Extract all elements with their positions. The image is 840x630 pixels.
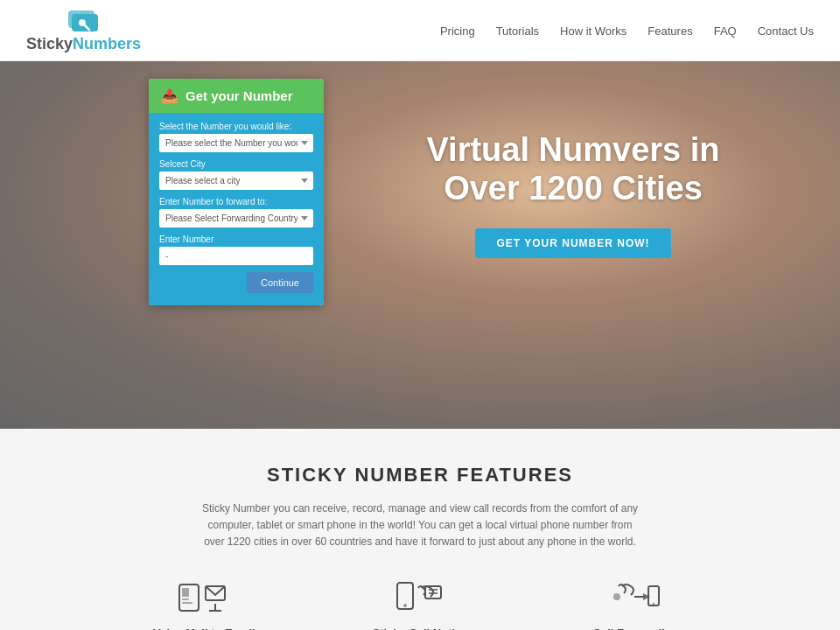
form-header-icon: 📤 — [161, 88, 178, 104]
nav-link-contact[interactable]: Contact Us — [758, 24, 814, 38]
nav-item-faq[interactable]: FAQ — [714, 23, 737, 38]
sticky-call-icon — [394, 579, 446, 618]
call-forwarding-title: Call Forwarding — [593, 626, 679, 630]
nav-link-tutorials[interactable]: Tutorials — [496, 24, 539, 38]
form-header: 📤 Get your Number — [149, 79, 324, 113]
nav-link-how-it-works[interactable]: How it Works — [560, 24, 626, 38]
nav-item-tutorials[interactable]: Tutorials — [496, 23, 539, 38]
nav-link-features[interactable]: Features — [648, 24, 692, 38]
feature-sticky-call: Sticky Call Notice Get a beep before you… — [330, 578, 511, 630]
features-description: Sticky Number you can receive, record, m… — [201, 500, 639, 551]
hero-section: 📤 Get your Number Select the Number you … — [0, 61, 840, 429]
enter-number-label: Enter Number — [159, 234, 313, 244]
get-number-form: 📤 Get your Number Select the Number you … — [149, 79, 324, 305]
number-select-group: Select the Number you would like: Please… — [159, 122, 313, 152]
nav-link-faq[interactable]: FAQ — [714, 24, 737, 38]
logo-icon — [66, 7, 102, 35]
svg-rect-6 — [182, 598, 189, 600]
features-grid: Voice Mail to Email Our voice mail recor… — [114, 578, 726, 630]
number-select[interactable]: Please select the Number you would like — [159, 134, 313, 152]
forward-select-group: Enter Number to forward to: Please Selec… — [159, 197, 313, 228]
nav-item-features[interactable]: Features — [648, 23, 692, 38]
navbar: StickyNumbers Pricing Tutorials How it W… — [0, 0, 840, 61]
city-select-label: Selcect City — [159, 159, 313, 169]
call-forwarding-icon — [610, 579, 662, 618]
get-number-button[interactable]: GET YOUR NUMBER NOW! — [475, 228, 670, 258]
nav-link-pricing[interactable]: Pricing — [440, 24, 475, 38]
logo-text: StickyNumbers — [26, 35, 141, 53]
city-select-group: Selcect City Please select a city — [159, 159, 313, 190]
forward-country-select[interactable]: Please Select Forwarding Country — [159, 209, 313, 228]
feature-call-forwarding: Call Forwarding Receive your calls on yo… — [545, 578, 726, 630]
enter-number-group: Enter Number — [159, 234, 313, 265]
call-forwarding-icon-area — [608, 578, 664, 620]
hero-headline: Virtual Numvers in Over 1200 Cities GET … — [341, 131, 805, 258]
svg-point-12 — [403, 604, 407, 607]
nav-item-pricing[interactable]: Pricing — [440, 23, 475, 38]
enter-number-input[interactable] — [159, 247, 313, 265]
nav-item-contact[interactable]: Contact Us — [758, 23, 814, 38]
city-select[interactable]: Please select a city — [159, 172, 313, 190]
voicemail-icon-area — [176, 578, 232, 620]
voicemail-icon — [178, 579, 230, 618]
nav-item-how-it-works[interactable]: How it Works — [560, 23, 626, 38]
nav-links: Pricing Tutorials How it Works Features … — [440, 23, 814, 38]
sticky-call-icon-area — [392, 578, 448, 620]
voicemail-title: Voice Mail to Email — [153, 626, 256, 630]
continue-button[interactable]: Continue — [247, 272, 313, 293]
forward-select-label: Enter Number to forward to: — [159, 197, 313, 206]
features-section: STICKY NUMBER FEATURES Sticky Number you… — [0, 429, 840, 630]
number-select-label: Select the Number you would like: — [159, 122, 313, 131]
sticky-call-title: Sticky Call Notice — [372, 626, 467, 630]
svg-point-20 — [652, 602, 654, 605]
hero-title: Virtual Numvers in Over 1200 Cities — [341, 131, 805, 207]
form-header-title: Get your Number — [186, 88, 293, 103]
features-title: STICKY NUMBER FEATURES — [52, 464, 788, 486]
form-body: Select the Number you would like: Please… — [149, 113, 324, 305]
svg-rect-5 — [182, 588, 189, 597]
logo: StickyNumbers — [26, 7, 141, 53]
feature-voicemail: Voice Mail to Email Our voice mail recor… — [114, 578, 295, 630]
svg-point-16 — [613, 593, 620, 600]
svg-rect-7 — [182, 602, 192, 604]
